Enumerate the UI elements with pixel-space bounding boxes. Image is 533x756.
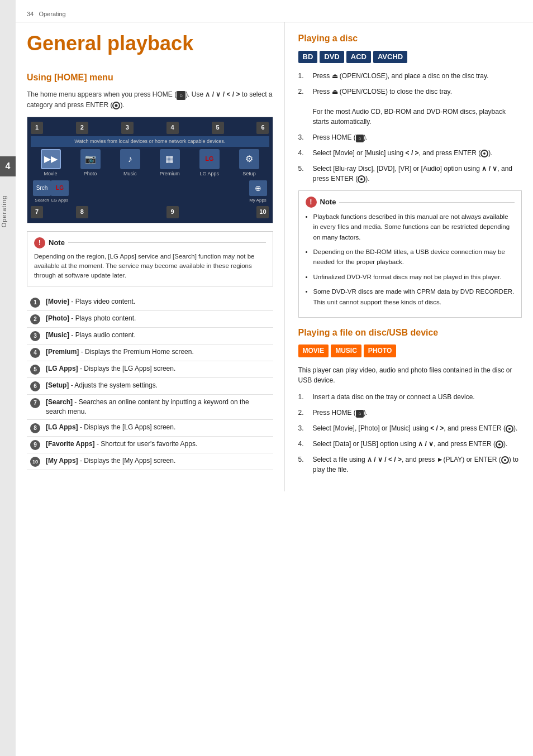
disc-step-text-5: Select [Blu-ray Disc], [DVD], [VR] or [A… <box>313 164 522 184</box>
home-menu-desc: The home menu appears when you press HOM… <box>27 89 273 110</box>
file-step-text-4: Select [Data] or [USB] option using ∧ / … <box>313 439 522 449</box>
disc-step-num-3: 3. <box>298 132 308 142</box>
note-bullet-3: Unfinalized DVD-VR format discs may not … <box>306 272 515 282</box>
menu-icons-row: ▶▶ Movie 📷 Photo ♪ Music ▦ <box>31 149 269 178</box>
note-icon-left: ! <box>34 237 45 248</box>
right-column: Playing a disc BD DVD ACD AVCHD 1. Press… <box>285 22 533 491</box>
badge-acd: ACD <box>346 51 371 63</box>
item-num-4: 4 <box>27 344 44 361</box>
table-row: 9 [Favorite Apps] - Shortcut for user's … <box>27 436 273 453</box>
page-label: Operating <box>39 11 65 17</box>
page-wrapper: 4 Operating 34 Operating General playbac… <box>0 0 533 756</box>
search-label: Search <box>35 197 49 203</box>
item-desc-10: [My Apps] - Displays the [My Apps] scree… <box>44 453 273 470</box>
file-step-1: 1. Insert a data disc on the tray or con… <box>298 392 522 402</box>
music-icon-box: ♪ <box>120 149 140 169</box>
photo-icon-box: 📷 <box>80 149 101 169</box>
file-step-5: 5. Select a file using ∧ / ∨ / < / >, an… <box>298 454 522 475</box>
playing-disc-title: Playing a disc <box>298 32 522 45</box>
lgapps-icon-box: LG <box>199 149 220 169</box>
item-num-3: 3 <box>27 328 44 344</box>
table-row: 3 [Music] - Plays audio content. <box>27 328 273 344</box>
file-step-text-3: Select [Movie], [Photo] or [Music] using… <box>313 423 522 433</box>
disc-step-text-1: Press ⏏ (OPEN/CLOSE), and place a disc o… <box>313 71 522 81</box>
disc-step-num-2: 2. <box>298 87 308 127</box>
file-step-num-1: 1. <box>298 392 308 402</box>
page-number: 34 <box>27 11 34 17</box>
item-num-1: 1 <box>27 294 44 311</box>
note-box-left: ! Note Depending on the region, [LG Apps… <box>27 231 273 287</box>
menu-num-5: 5 <box>212 122 224 134</box>
note-header-left: ! Note <box>34 237 266 248</box>
enter-icon-step4 <box>480 150 488 157</box>
file-format-badges: MOVIE MUSIC PHOTO <box>298 344 522 357</box>
disc-step-4: 4. Select [Movie] or [Music] using < / >… <box>298 148 522 158</box>
file-step-text-5: Select a file using ∧ / ∨ / < / >, and p… <box>313 454 522 475</box>
music-label: Music <box>123 170 137 178</box>
enter-icon-inline <box>112 102 120 109</box>
file-step-2: 2. Press HOME (⌂). <box>298 408 522 418</box>
menu-num-1: 1 <box>31 122 43 134</box>
disc-step-num-1: 1. <box>298 71 308 81</box>
disc-step-3: 3. Press HOME (⌂). <box>298 132 522 142</box>
badge-music: MUSIC <box>331 344 361 357</box>
table-row: 1 [Movie] - Plays video content. <box>27 294 273 311</box>
search-icon-box: Srch <box>33 180 51 196</box>
enter-icon-step5 <box>358 175 365 183</box>
setup-label: Setup <box>242 170 256 178</box>
menu-tooltip-bar: Watch movies from local devices or home … <box>31 136 269 147</box>
note-title-left: Note <box>49 237 65 248</box>
item-num-10: 10 <box>27 453 44 470</box>
menu-numbers-top-row: 1 2 3 4 5 6 <box>31 122 269 134</box>
badge-movie: MOVIE <box>298 344 329 357</box>
disc-step-5: 5. Select [Blu-ray Disc], [DVD], [VR] or… <box>298 164 522 184</box>
item-num-6: 6 <box>27 378 44 395</box>
left-column: General playback Using [HOME] menu The h… <box>16 22 285 491</box>
side-tab-number: 4 <box>0 156 16 176</box>
disc-step-num-4: 4. <box>298 148 308 158</box>
myapps-icon-box: ⊕ <box>249 180 267 196</box>
badge-photo: PHOTO <box>364 344 396 357</box>
premium-icon-box: ▦ <box>160 149 180 169</box>
items-table: 1 [Movie] - Plays video content. 2 [Phot… <box>27 294 273 470</box>
note-bullet-2: Depending on the BD-ROM titles, a USB de… <box>306 247 515 267</box>
menu-num-8: 8 <box>76 206 88 218</box>
side-tab: 4 Operating <box>0 0 16 756</box>
premium-label: Premium <box>160 170 180 178</box>
enter-icon-file-step3 <box>506 425 513 433</box>
file-step-text-1: Insert a data disc on the tray or connec… <box>313 392 522 402</box>
page-title: General playback <box>27 32 273 55</box>
file-step-num-4: 4. <box>298 439 308 449</box>
lgapps2-label: LG Apps <box>51 197 69 203</box>
item-desc-6: [Setup] - Adjusts the system settings. <box>44 378 273 395</box>
menu-bottom-lgapps2: LG LG Apps <box>51 180 69 203</box>
note-line-disc <box>339 202 515 203</box>
file-step-num-3: 3. <box>298 423 308 433</box>
menu-num-7: 7 <box>31 206 43 218</box>
disc-step-text-2: Press ⏏ (OPEN/CLOSE) to close the disc t… <box>313 87 522 127</box>
item-num-8: 8 <box>27 419 44 436</box>
home-icon-file-step2: ⌂ <box>356 410 364 418</box>
menu-icon-photo: 📷 Photo <box>80 149 101 178</box>
item-desc-3: [Music] - Plays audio content. <box>44 328 273 344</box>
menu-numbers-bottom-row: 7 8 9 10 <box>31 206 269 218</box>
item-desc-2: [Photo] - Plays photo content. <box>44 311 273 328</box>
menu-spacer-b1 <box>121 206 134 218</box>
file-step-num-5: 5. <box>298 454 308 475</box>
playing-file-steps: 1. Insert a data disc on the tray or con… <box>298 392 522 475</box>
badge-bd: BD <box>298 51 318 63</box>
note-title-disc: Note <box>320 197 336 208</box>
item-num-5: 5 <box>27 361 44 378</box>
file-step-4: 4. Select [Data] or [USB] option using ∧… <box>298 439 522 449</box>
menu-icon-premium: ▦ Premium <box>160 149 180 178</box>
menu-num-10: 10 <box>256 206 269 218</box>
main-content: 34 Operating General playback Using [HOM… <box>16 0 533 503</box>
badge-avchd: AVCHD <box>373 51 407 63</box>
menu-spacer-b2 <box>212 206 224 218</box>
myapps-label: My Apps <box>249 197 266 203</box>
note-text-left: Depending on the region, [LG Apps] servi… <box>34 252 266 281</box>
disc-step-2: 2. Press ⏏ (OPEN/CLOSE) to close the dis… <box>298 87 522 127</box>
item-desc-7: [Search] - Searches an online content by… <box>44 395 273 420</box>
file-step-num-2: 2. <box>298 408 308 418</box>
item-desc-5: [LG Apps] - Displays the [LG Apps] scree… <box>44 361 273 378</box>
